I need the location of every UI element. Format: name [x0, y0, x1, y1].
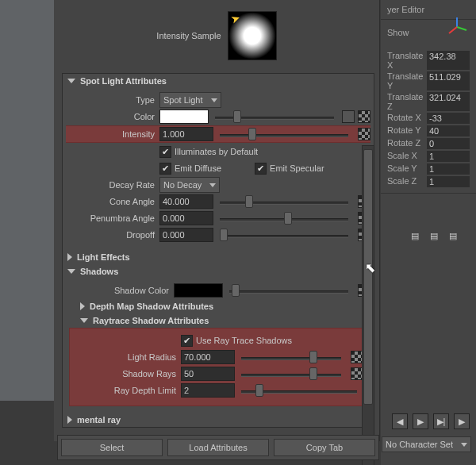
section-mental-ray[interactable]: mental ray	[63, 413, 374, 427]
section-light-effects[interactable]: Light Effects	[63, 250, 374, 264]
viewport	[0, 0, 55, 401]
shadow-color-slider[interactable]	[229, 289, 348, 292]
chan-sx[interactable]: Scale X1	[387, 150, 470, 163]
layer-editor-label: yer Editor	[387, 5, 424, 14]
color-swatch[interactable]	[159, 110, 209, 124]
chan-ty[interactable]: Translate Y511.029	[387, 71, 470, 91]
type-label: Type	[66, 95, 159, 105]
depth-slider[interactable]	[241, 389, 357, 392]
rays-row: Shadow Rays	[73, 366, 363, 382]
expand-icon	[80, 318, 88, 323]
play-button[interactable]: ▶|	[433, 413, 449, 429]
svg-line-1	[457, 27, 466, 30]
illum-default-label: Illuminates by Default	[175, 147, 258, 156]
intensity-input[interactable]	[159, 127, 213, 141]
emit-row: ✔ Emit Diffuse ✔ Emit Specular	[66, 160, 370, 176]
chan-ry[interactable]: Rotate Y40	[387, 125, 470, 137]
intensity-row: Intensity	[66, 125, 370, 143]
map-chip[interactable]	[358, 110, 370, 123]
decay-label: Decay Rate	[66, 180, 159, 190]
layers-icon[interactable]: ▤	[446, 230, 460, 241]
grey-chip[interactable]	[342, 110, 355, 123]
map-chip[interactable]	[358, 128, 370, 140]
chan-rx[interactable]: Rotate X-33	[387, 112, 470, 125]
transport-controls: ◀ ▶ ▶| ▶	[392, 413, 470, 429]
depth-label: Ray Depth Limit	[73, 386, 181, 395]
layers-icon[interactable]: ▤	[408, 230, 422, 241]
section-title: mental ray	[77, 415, 121, 425]
dropoff-input[interactable]	[159, 228, 213, 242]
copy-tab-button[interactable]: Copy Tab	[274, 439, 375, 456]
svg-line-2	[449, 27, 457, 33]
use-rt-row: ✔ Use Ray Trace Shadows	[73, 332, 363, 348]
intensity-slider[interactable]	[220, 133, 348, 136]
chan-rz[interactable]: Rotate Z0	[387, 137, 470, 150]
collapse-icon	[80, 302, 85, 310]
axes-icon	[446, 16, 468, 38]
shadows-body: Shadow Color Depth Map Shadow Attributes…	[63, 279, 374, 413]
right-header: yer Editor	[381, 0, 476, 20]
expand-icon	[67, 79, 75, 83]
type-value: Spot Light	[163, 95, 203, 105]
intensity-sample-label: Intensity Sample	[156, 31, 221, 40]
chan-sy[interactable]: Scale Y1	[387, 163, 470, 175]
chan-tx[interactable]: Translate X342.38	[387, 50, 470, 71]
chan-tz[interactable]: Translate Z321.024	[387, 91, 470, 112]
cone-input[interactable]	[159, 194, 213, 209]
use-rt-checkbox[interactable]: ✔	[181, 335, 193, 347]
scroll-thumb[interactable]	[363, 149, 373, 405]
rays-input[interactable]	[181, 367, 235, 381]
diffuse-checkbox[interactable]: ✔	[159, 163, 171, 175]
raytrace-body: ✔ Use Ray Trace Shadows Light Radius Sha…	[69, 328, 367, 406]
cone-slider[interactable]	[220, 200, 348, 203]
emit-diffuse-label: Emit Diffuse	[175, 163, 221, 173]
rays-label: Shadow Rays	[73, 369, 181, 379]
section-title: Spot Light Attributes	[80, 76, 167, 86]
radius-label: Light Radius	[73, 352, 181, 362]
penumbra-input[interactable]	[159, 211, 213, 225]
radius-input[interactable]	[181, 350, 235, 364]
attributes-block: Spot Light Attributes Type Spot Light Co…	[62, 73, 374, 428]
dropoff-label: Dropoff	[66, 230, 159, 240]
illum-checkbox[interactable]: ✔	[159, 146, 171, 158]
penumbra-row: Penumbra Angle	[66, 210, 370, 226]
shadow-color-swatch[interactable]	[174, 283, 223, 298]
radius-slider[interactable]	[241, 355, 341, 359]
decay-dropdown[interactable]: No Decay	[159, 177, 220, 193]
layers-icon[interactable]: ▤	[427, 230, 441, 241]
color-label: Color	[66, 112, 159, 121]
play-back-button[interactable]: ▶	[413, 413, 428, 429]
collapse-icon	[67, 253, 72, 261]
specular-checkbox[interactable]: ✔	[255, 163, 267, 175]
chevron-down-icon	[461, 443, 467, 447]
layer-icons: ▤ ▤ ▤	[408, 230, 460, 241]
intensity-label: Intensity	[66, 129, 159, 139]
illum-row: ✔ Illuminates by Default	[66, 144, 370, 159]
radius-row: Light Radius	[73, 349, 363, 365]
section-title: Light Effects	[77, 252, 130, 262]
cone-label: Cone Angle	[66, 197, 159, 206]
color-row: Color	[66, 109, 370, 125]
prev-key-button[interactable]: ◀	[392, 413, 408, 429]
section-shadows[interactable]: Shadows	[63, 264, 374, 279]
select-button[interactable]: Select	[61, 439, 163, 456]
color-slider[interactable]	[215, 115, 334, 118]
section-raytrace[interactable]: Raytrace Shadow Attributes	[75, 313, 370, 328]
dropoff-row: Dropoff	[66, 227, 370, 243]
depth-input[interactable]	[181, 383, 235, 398]
section-spot-light[interactable]: Spot Light Attributes	[63, 74, 374, 88]
next-key-button[interactable]: ▶	[454, 413, 470, 429]
character-set-dropdown[interactable]: No Character Set	[382, 436, 471, 452]
scrollbar[interactable]	[362, 145, 374, 465]
penumbra-slider[interactable]	[220, 217, 348, 220]
load-attributes-button[interactable]: Load Attributes	[167, 439, 269, 456]
dropoff-slider[interactable]	[220, 233, 348, 236]
section-title: Shadows	[80, 267, 118, 276]
penumbra-label: Penumbra Angle	[66, 213, 159, 223]
type-dropdown[interactable]: Spot Light	[159, 92, 221, 108]
section-depthmap[interactable]: Depth Map Shadow Attributes	[75, 299, 370, 313]
rays-slider[interactable]	[241, 372, 341, 375]
chan-sz[interactable]: Scale Z1	[387, 175, 470, 188]
expand-icon	[67, 269, 75, 274]
type-row: Type Spot Light	[66, 92, 370, 108]
